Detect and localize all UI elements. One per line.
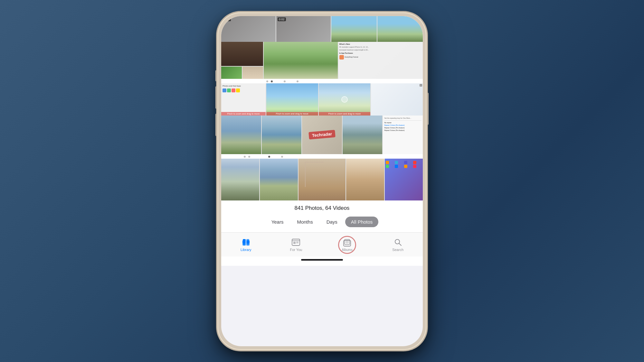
- home-indicator: [221, 256, 423, 266]
- library-label: Library: [241, 248, 251, 252]
- photo-thumb-green[interactable]: [221, 67, 242, 79]
- power-button: [427, 93, 429, 125]
- photo-row-5-wrapper: [221, 154, 423, 200]
- app-text-overlay: What's New 4K resolution support iPhone …: [338, 42, 423, 79]
- dot-2-1: [244, 156, 246, 158]
- phone-frame-wrapper: 0:55 0:02: [217, 12, 427, 350]
- for-you-label: For You: [290, 248, 302, 252]
- photo-person-seated[interactable]: [221, 42, 263, 66]
- photo-count-text: 841 Photos, 64 Videos: [221, 200, 423, 214]
- photo-selfie-face[interactable]: [346, 159, 384, 200]
- bottom-navigation: Library For Y: [221, 232, 423, 256]
- pinch-indicator-3: Pinch to zoom and drag to move: [319, 112, 371, 116]
- photo-pond[interactable]: [262, 116, 302, 154]
- svg-rect-10: [293, 242, 296, 244]
- photo-content-area: 0:55 0:02: [221, 16, 423, 266]
- library-icon: [242, 238, 251, 247]
- volume-down-button: [215, 114, 217, 136]
- photo-row-4-wrapper: Techradar Set the repeating loop for One…: [221, 116, 423, 154]
- svg-line-17: [399, 244, 401, 246]
- photo-wetland-1[interactable]: [221, 116, 261, 154]
- photo-homescreen[interactable]: [385, 159, 423, 200]
- volume-up-button: [215, 86, 217, 109]
- phone-body: 0:55 0:02: [217, 12, 427, 350]
- albums-highlight-circle: Albums: [338, 236, 356, 254]
- view-tabs-container: Years Months Days All Photos: [221, 214, 423, 232]
- search-icon: [393, 238, 402, 247]
- dot-1-4: [297, 80, 298, 82]
- svg-rect-8: [292, 239, 300, 246]
- dot-2-3: [268, 156, 270, 158]
- photo-cloudy-wetland[interactable]: [221, 159, 259, 200]
- tab-months[interactable]: Months: [291, 217, 318, 227]
- tab-all-photos[interactable]: All Photos: [345, 217, 379, 227]
- svg-rect-4: [243, 239, 246, 242]
- photo-cell-video1[interactable]: 0:55: [221, 16, 276, 42]
- nav-albums[interactable]: Albums: [336, 236, 359, 254]
- photo-techradar-cell[interactable]: Techradar: [302, 116, 342, 154]
- photo-marsh[interactable]: [343, 116, 383, 154]
- home-bar: [301, 259, 343, 261]
- photo-repeat-options[interactable]: Set the repeating loop for One More... N…: [383, 116, 423, 154]
- dot-2-4: [281, 156, 283, 158]
- mute-button: [215, 70, 217, 81]
- photo-person-window[interactable]: [298, 159, 345, 200]
- photo-row-1: 0:55 0:02: [221, 16, 423, 42]
- video-duration-1: 0:55: [223, 17, 231, 21]
- tab-days[interactable]: Days: [321, 217, 343, 227]
- albums-label: Albums: [342, 248, 353, 252]
- photo-row-2: What's New 4K resolution support iPhone …: [221, 42, 423, 79]
- photo-row-3: Photos and that Apps Pinch to zoom and d…: [221, 83, 423, 116]
- pinch-indicator-1: Pinch to zoom and drag to move: [221, 112, 266, 116]
- pinch-indicator-2: Pinch to zoom and drag to move: [266, 112, 318, 116]
- dot-1-2: [271, 80, 273, 82]
- svg-rect-6: [243, 243, 246, 246]
- dot-2-2: [248, 156, 250, 158]
- dot-1-3: [284, 80, 286, 82]
- for-you-icon: [291, 238, 300, 247]
- techradar-overlay: Techradar: [302, 116, 342, 154]
- search-label: Search: [392, 248, 403, 252]
- photo-lake[interactable]: [260, 159, 298, 200]
- photo-sky-2[interactable]: Pinch to zoom and drag to move: [319, 83, 371, 116]
- photo-phone-screenshot[interactable]: ×: [371, 83, 423, 116]
- albums-icon: [343, 238, 352, 247]
- techradar-label: Techradar: [308, 130, 336, 139]
- photo-sky-1[interactable]: Pinch to zoom and drag to move: [266, 83, 318, 116]
- phone-screen: 0:55 0:02: [221, 16, 423, 346]
- photo-app2[interactable]: Photos and that Apps Pinch to zoom and d…: [221, 83, 266, 116]
- nav-search[interactable]: Search: [387, 237, 409, 253]
- photo-cell-field2[interactable]: [377, 16, 423, 42]
- nav-library[interactable]: Library: [235, 237, 257, 253]
- photo-thumb-person[interactable]: [242, 67, 263, 79]
- tab-years[interactable]: Years: [266, 217, 289, 227]
- photo-green-path[interactable]: [264, 42, 338, 79]
- photo-row-3-wrapper: Photos and that Apps Pinch to zoom and d…: [221, 79, 423, 116]
- photo-cell-field1[interactable]: [331, 16, 377, 42]
- svg-rect-15: [346, 240, 349, 244]
- photo-cell-video2[interactable]: 0:02: [276, 16, 331, 42]
- dot-1-1: [266, 80, 268, 82]
- video-duration-2: 0:02: [278, 17, 286, 21]
- svg-rect-5: [246, 239, 249, 242]
- nav-for-you[interactable]: For You: [285, 237, 307, 253]
- photo-app-screenshot[interactable]: What's New 4K resolution support iPhone …: [338, 42, 423, 79]
- photo-row-4: Techradar Set the repeating loop for One…: [221, 116, 423, 154]
- photo-row-5: [221, 159, 423, 200]
- svg-rect-7: [246, 243, 249, 246]
